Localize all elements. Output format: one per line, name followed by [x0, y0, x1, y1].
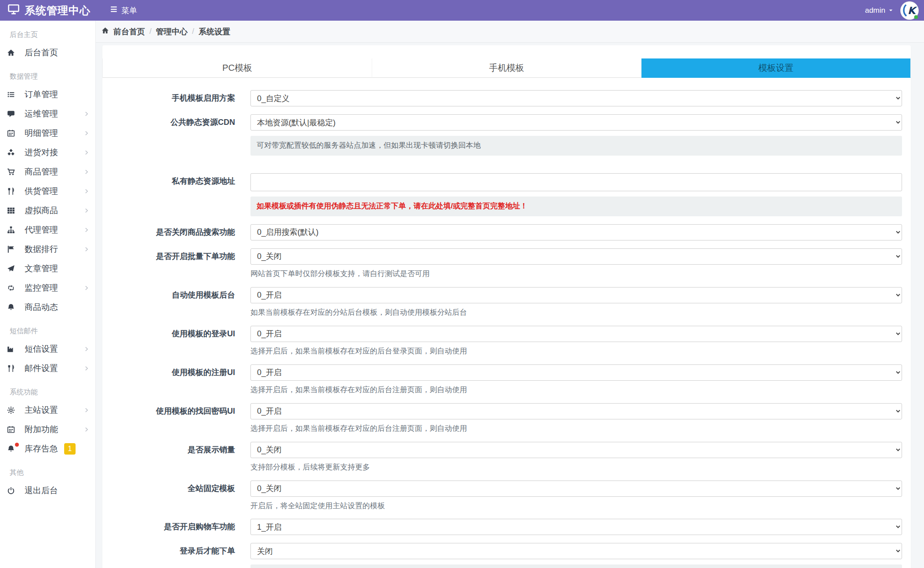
form-row-control: 0_自定义 [250, 90, 902, 106]
retweet-icon [5, 284, 17, 292]
sidebar-item[interactable]: 库存告急1 [0, 439, 95, 459]
desktop-icon [8, 4, 19, 18]
help-text: 可对带宽配置较低的服务器站点加速，但如果出现卡顿请切换回本地 [250, 136, 902, 156]
sidebar-item[interactable]: 监控管理 [0, 278, 95, 298]
chevron-right-icon [84, 227, 89, 233]
sidebar-item-label: 短信设置 [25, 343, 58, 355]
setting-select[interactable]: 0_启用搜索(默认) [250, 224, 902, 240]
sidebar-item[interactable]: 商品动态 [0, 298, 95, 317]
admin-username: admin [865, 6, 885, 15]
form-row-label: 登录后才能下单 [102, 543, 235, 568]
sidebar-item[interactable]: 数据排行 [0, 240, 95, 259]
app-brand: 系统管理中心 [0, 0, 96, 21]
sidebar-item-label: 监控管理 [25, 282, 58, 294]
sidebar-item[interactable]: 明细管理 [0, 124, 95, 143]
form-row-label: 是否关闭商品搜索功能 [102, 224, 235, 240]
form-row-label: 私有静态资源地址 [102, 173, 235, 216]
cutlery-icon [5, 187, 17, 196]
sidebar-item[interactable]: 商品管理 [0, 162, 95, 182]
sidebar-item[interactable]: 订单管理 [0, 85, 95, 104]
chevron-right-icon [84, 111, 89, 117]
setting-select[interactable]: 1_开启 [250, 519, 902, 535]
chevron-right-icon [84, 366, 89, 371]
cart-icon [5, 167, 17, 176]
sidebar-item[interactable]: 运维管理 [0, 104, 95, 124]
breadcrumb-separator: / [149, 27, 152, 36]
app-title: 系统管理中心 [25, 4, 91, 18]
alert-dot [15, 443, 19, 447]
form-row-control: 0_开启选择开启后，如果当前模板存在对应的后台登录页面，则自动使用 [250, 326, 902, 357]
setting-select[interactable]: 0_开启 [250, 403, 902, 419]
help-text: 选择开启后，如果当前模板存在对应的后台注册页面，则自动使用 [250, 385, 902, 395]
form-row-label: 使用模板的找回密码UI [102, 403, 235, 434]
sidebar-item[interactable]: 进货对接 [0, 143, 95, 162]
chevron-right-icon [84, 169, 89, 175]
template-settings-form: 手机模板启用方案0_自定义公共静态资源CDN本地资源(默认|最稳定)可对带宽配置… [102, 78, 911, 568]
sidebar-item[interactable]: 虚拟商品 [0, 201, 95, 220]
form-row-label: 全站固定模板 [102, 481, 235, 511]
sidebar: 后台主页后台首页数据管理订单管理运维管理明细管理进货对接商品管理供货管理虚拟商品… [0, 21, 96, 568]
form-row-label: 使用模板的登录UI [102, 326, 235, 357]
setting-input[interactable] [250, 173, 902, 191]
setting-select[interactable]: 0_开启 [250, 364, 902, 381]
setting-select[interactable]: 0_关闭 [250, 481, 902, 497]
form-row: 是否展示销量0_关闭支持部分模板，后续将更新支持更多 [102, 442, 911, 473]
menu-toggle-button[interactable]: 菜单 [110, 5, 137, 16]
admin-user-menu[interactable]: admin [865, 6, 893, 15]
sidebar-item[interactable]: 短信设置 [0, 339, 95, 359]
hamburger-icon [110, 5, 118, 15]
setting-select[interactable]: 0_关闭 [250, 248, 902, 265]
sidebar-item[interactable]: 后台首页 [0, 43, 95, 62]
breadcrumb-item-admin-center[interactable]: 管理中心 [156, 26, 188, 37]
site-logo[interactable]: K [900, 1, 919, 20]
sidebar-item[interactable]: 供货管理 [0, 182, 95, 201]
form-row-label: 是否展示销量 [102, 442, 235, 473]
form-row: 是否开启购物车功能1_开启 [102, 519, 911, 535]
sidebar-item[interactable]: 退出后台 [0, 481, 95, 500]
tab-mobile-template[interactable]: 手机模板 [372, 58, 641, 78]
tab-pc-template[interactable]: PC模板 [102, 58, 372, 78]
sidebar-item[interactable]: 代理管理 [0, 220, 95, 240]
form-row-label: 是否开启批量下单功能 [102, 248, 235, 279]
sidebar-item[interactable]: 附加功能 [0, 420, 95, 439]
form-row: 手机模板启用方案0_自定义 [102, 90, 911, 106]
form-row-control: 0_关闭支持部分模板，后续将更新支持更多 [250, 442, 902, 473]
stock-alert-badge: 1 [64, 443, 76, 455]
main-content: 前台首页 / 管理中心 / 系统设置 PC模板 手机模板 模板设置 手机模板启用… [96, 0, 924, 568]
help-text: 支持部分模板，后续将更新支持更多 [250, 462, 902, 473]
help-text: 如果模板或插件有使用伪静态且无法正常下单，请在此处填/或完整首页完整地址！ [250, 197, 902, 216]
chevron-right-icon [84, 285, 89, 291]
setting-select[interactable]: 0_关闭 [250, 442, 902, 458]
sidebar-item[interactable]: 文章管理 [0, 259, 95, 278]
sidebar-item-label: 库存告急 [25, 443, 58, 455]
form-row-label: 使用模板的注册UI [102, 364, 235, 395]
sidebar-item-label: 代理管理 [25, 224, 58, 236]
sidebar-item-label: 商品动态 [25, 302, 58, 313]
chevron-right-icon [84, 189, 89, 194]
chevron-right-icon [84, 408, 89, 413]
setting-select[interactable]: 关闭 [250, 543, 902, 559]
grid-icon [5, 206, 17, 215]
form-row-label: 手机模板启用方案 [102, 90, 235, 106]
sidebar-section-label: 数据管理 [0, 62, 95, 85]
form-row-control: 本地资源(默认|最稳定)可对带宽配置较低的服务器站点加速，但如果出现卡顿请切换回… [250, 114, 902, 156]
setting-select[interactable]: 0_开启 [250, 287, 902, 303]
chevron-right-icon [84, 247, 89, 252]
sidebar-item-label: 供货管理 [25, 186, 58, 197]
sidebar-item-label: 订单管理 [25, 89, 58, 100]
calendar-icon [5, 129, 17, 138]
sidebar-item[interactable]: 主站设置 [0, 401, 95, 420]
sidebar-item[interactable]: 邮件设置 [0, 359, 95, 378]
setting-select[interactable]: 0_自定义 [250, 90, 902, 106]
cubes-icon [5, 148, 17, 157]
tab-template-settings[interactable]: 模板设置 [641, 58, 911, 78]
breadcrumb-separator: / [192, 27, 194, 36]
form-row: 公共静态资源CDN本地资源(默认|最稳定)可对带宽配置较低的服务器站点加速，但如… [102, 114, 911, 156]
sidebar-item-label: 邮件设置 [25, 363, 58, 374]
gear-icon [5, 406, 17, 415]
breadcrumb-item-home[interactable]: 前台首页 [113, 26, 145, 37]
setting-select[interactable]: 本地资源(默认|最稳定) [250, 114, 902, 131]
form-row-control: 0_开启如果当前模板存在对应的分站后台模板，则自动使用模板分站后台 [250, 287, 902, 318]
sidebar-nav: 后台主页后台首页数据管理订单管理运维管理明细管理进货对接商品管理供货管理虚拟商品… [0, 21, 95, 500]
setting-select[interactable]: 0_开启 [250, 326, 902, 342]
